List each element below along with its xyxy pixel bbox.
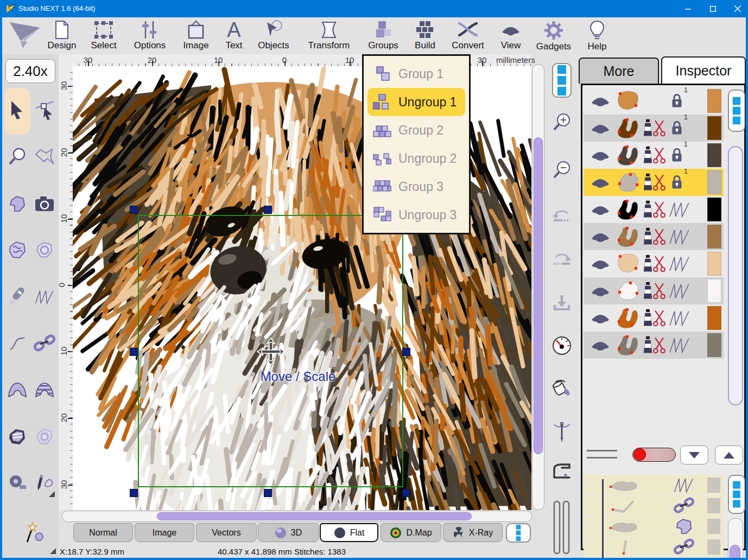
thread-color-swatch[interactable] [707, 252, 721, 276]
hole-shape-tool[interactable] [33, 238, 56, 262]
sequence-scrollbar[interactable] [728, 518, 743, 560]
toolbar-item-text[interactable]: AText [211, 18, 257, 53]
sequence-row[interactable] [584, 537, 724, 557]
redo-icon[interactable] [552, 251, 572, 269]
toolbar-item-select[interactable]: Select [81, 18, 126, 53]
speed-gauge-icon[interactable] [552, 335, 572, 358]
layer-row[interactable] [584, 304, 724, 332]
layer-row[interactable] [584, 196, 724, 223]
menu-item-ungroup-2[interactable]: Ungroup 2 [364, 144, 469, 173]
view-tab-normal[interactable]: Normal [73, 523, 133, 542]
canvas-vertical-scrollbar-thumb[interactable] [534, 137, 543, 454]
layer-row[interactable] [584, 277, 724, 304]
thread-color-swatch[interactable] [707, 198, 721, 221]
scissors-icon[interactable] [652, 147, 666, 164]
layer-thumbnail[interactable] [614, 279, 642, 303]
stitch-type-icon[interactable] [668, 255, 691, 272]
zoom-level-indicator[interactable]: 2.40x [5, 59, 55, 83]
layer-list-toggle-button[interactable] [728, 90, 745, 132]
paint-bottle-icon[interactable] [643, 309, 652, 327]
stitch-type-icon[interactable] [668, 228, 691, 245]
thread-color-swatch[interactable] [707, 306, 721, 330]
panel-toggle-button[interactable] [552, 63, 572, 98]
paint-bottle-icon[interactable] [643, 282, 652, 300]
layer-row[interactable] [584, 223, 724, 250]
scissors-icon[interactable] [652, 174, 666, 192]
lock-icon[interactable]: 1 [667, 93, 687, 109]
stitch-icon[interactable] [673, 476, 695, 494]
layer-thumbnail[interactable] [614, 198, 642, 221]
visibility-eye-icon[interactable] [590, 148, 611, 163]
shape-icon[interactable] [673, 518, 695, 535]
thread-color-swatch[interactable] [707, 279, 721, 303]
menu-item-group-1[interactable]: Group 1 [364, 60, 469, 88]
sequence-scrollbar-thumb[interactable] [730, 545, 740, 560]
paint-bottle-icon[interactable] [643, 119, 652, 137]
link-icon[interactable] [673, 538, 695, 556]
canvas-horizontal-scrollbar[interactable] [62, 511, 532, 522]
sequence-thumbnail[interactable] [605, 518, 643, 534]
scissors-icon[interactable] [652, 201, 666, 219]
import-icon[interactable] [553, 294, 571, 314]
knife-tool[interactable] [5, 285, 29, 309]
maximize-button[interactable] [700, 0, 725, 17]
move-down-button[interactable] [680, 446, 708, 464]
tab-more[interactable]: More [579, 58, 659, 84]
zoom-in-icon[interactable] [552, 113, 572, 135]
thread-color-swatch[interactable] [707, 225, 721, 249]
layer-row[interactable]: 1 [584, 87, 724, 114]
layer-thumbnail[interactable] [614, 333, 642, 357]
stitch-type-icon[interactable] [668, 201, 691, 218]
toolbar-item-gadgets[interactable]: Gadgets [531, 18, 576, 53]
layer-row[interactable]: 1 [584, 114, 724, 142]
paint-bottle-icon[interactable] [643, 173, 652, 192]
visibility-eye-icon[interactable] [590, 230, 611, 244]
view-tab-flat[interactable]: Flat [320, 523, 378, 542]
shape-tool[interactable] [5, 192, 29, 216]
menu-item-group-3[interactable]: Group 3 [364, 173, 469, 201]
visibility-eye-icon[interactable] [590, 202, 611, 217]
toolbar-item-options[interactable]: Options [127, 18, 173, 53]
list-options-handle[interactable] [587, 450, 617, 459]
selection-handle-top-center[interactable] [264, 206, 272, 214]
link-icon[interactable] [673, 497, 695, 514]
arch-fill-tool[interactable] [5, 378, 29, 402]
selection-handle-bottom-left[interactable] [130, 489, 138, 497]
collapse-corner-icon[interactable] [49, 491, 55, 497]
scissors-icon[interactable] [652, 336, 666, 354]
layer-row[interactable]: 1 [584, 142, 724, 169]
camera-tool[interactable] [33, 192, 56, 216]
tab-inspector[interactable]: Inspector [661, 56, 746, 84]
thread-slider-knob[interactable] [633, 448, 646, 461]
toolbar-item-build[interactable]: Build [402, 18, 448, 53]
layer-row[interactable] [584, 250, 724, 277]
layer-list-scrollbar[interactable] [728, 146, 743, 405]
layer-thumbnail[interactable] [614, 89, 642, 113]
toolbar-item-objects[interactable]: Objects [251, 18, 296, 53]
thread-color-swatch[interactable] [707, 116, 721, 140]
stitch-type-icon[interactable] [668, 282, 691, 300]
node-edit-tool[interactable] [33, 98, 56, 122]
scissors-icon[interactable] [652, 228, 666, 246]
sewing-machine-icon[interactable] [551, 462, 573, 484]
selection-handle-middle-right[interactable] [402, 348, 410, 356]
sequence-thumbnail[interactable] [605, 498, 643, 514]
sequence-list-toggle-button[interactable] [728, 475, 745, 514]
scissors-icon[interactable] [652, 309, 666, 327]
layer-thumbnail[interactable] [614, 225, 642, 249]
view-tab-image[interactable]: Image [135, 523, 194, 542]
scissors-icon[interactable] [652, 255, 666, 273]
toolbar-item-help[interactable]: Help [574, 18, 620, 53]
scissors-icon[interactable] [652, 282, 666, 300]
thread-slider[interactable] [632, 448, 676, 462]
stitch-tool[interactable] [33, 285, 56, 309]
layer-thumbnail[interactable] [614, 116, 642, 140]
paint-bottle-icon[interactable] [643, 227, 652, 246]
layer-thumbnail[interactable] [614, 306, 642, 330]
stitch-type-icon[interactable] [668, 309, 691, 327]
close-button[interactable] [725, 0, 748, 17]
visibility-eye-icon[interactable] [590, 338, 611, 353]
zoom-out-icon[interactable] [552, 161, 572, 182]
applique-tool[interactable] [5, 425, 29, 449]
thread-color-swatch[interactable] [707, 333, 721, 357]
